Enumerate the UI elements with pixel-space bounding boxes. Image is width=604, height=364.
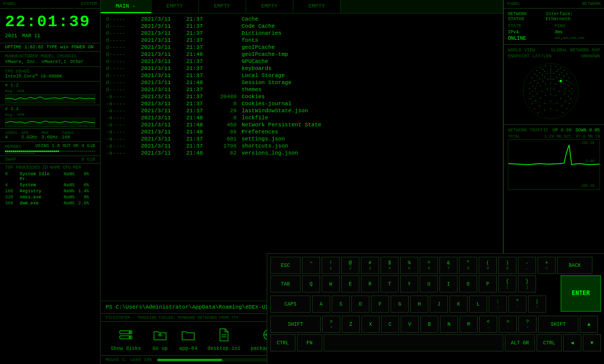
file-row[interactable]: d----- 2021/3/11 21:37 keyboards (101, 65, 503, 72)
file-row[interactable]: -a---- 2021/3/11 21:37 601 settings.json (101, 135, 503, 142)
file-row[interactable]: -a---- 2021/3/11 21:37 29 lastWindowStat… (101, 107, 503, 114)
key-esc[interactable]: ESC (270, 257, 300, 274)
fs-item-desktop-ini[interactable]: desktop.ini (207, 326, 241, 351)
key-u[interactable]: U (420, 275, 438, 293)
key-h[interactable]: H (410, 296, 428, 313)
key-r[interactable]: R (361, 275, 379, 293)
file-row[interactable]: d----- 2021/3/11 21:37 Cache (101, 16, 503, 23)
fs-item-go-up[interactable]: Go up (151, 326, 169, 351)
key-z[interactable]: Z (342, 316, 360, 333)
key-ctrl-right[interactable]: CTRL (537, 334, 562, 351)
memory-dot (73, 151, 75, 152)
key-ctrl-left[interactable]: CTRL (270, 334, 295, 351)
key-comma[interactable]: <, (479, 316, 497, 333)
key-backspace[interactable]: BACK (557, 257, 592, 274)
key-space[interactable] (324, 334, 503, 351)
key-equals[interactable]: += (538, 257, 556, 274)
key-f[interactable]: F (371, 296, 389, 313)
key-b[interactable]: B (420, 316, 438, 333)
file-row[interactable]: -a---- 2021/3/11 21:48 460 Network Persi… (101, 121, 503, 128)
key-s[interactable]: S (332, 296, 350, 313)
model-label: MODEL (41, 54, 54, 59)
key-k[interactable]: K (449, 296, 468, 313)
key-t[interactable]: T (381, 275, 399, 293)
key-1[interactable]: !1 (322, 257, 340, 274)
key-y[interactable]: Y (400, 275, 418, 293)
key-arrow-left[interactable]: ◀ (563, 334, 581, 351)
file-row[interactable]: d----- 2021/3/11 21:37 Code Cache (101, 23, 503, 30)
key-n[interactable]: N (440, 316, 458, 333)
key-fn[interactable]: FN (297, 334, 322, 351)
key-m[interactable]: M (460, 316, 478, 333)
tab-empty-2[interactable]: EMPTY (199, 0, 246, 13)
key-9[interactable]: (9 (479, 257, 497, 274)
key-a[interactable]: A (312, 296, 330, 313)
key-caps[interactable]: CAPS (270, 296, 311, 313)
key-5[interactable]: %5 (400, 257, 418, 274)
file-row[interactable]: d----- 2021/3/11 21:48 geoIPcache-tmp (101, 51, 503, 58)
file-row[interactable]: d----- 2021/3/11 21:37 Dictionaries (101, 30, 503, 37)
show-disks-label: Show disks (111, 346, 141, 351)
key-shift-right[interactable]: SHIFT (538, 316, 578, 333)
file-row[interactable]: -a---- 2021/3/11 21:37 20480 Cookies (101, 93, 503, 100)
key-2[interactable]: @2 (341, 257, 359, 274)
svg-point-90 (569, 103, 570, 104)
key-minus[interactable]: -– (518, 257, 536, 274)
key-arrow-down[interactable]: ▼ (583, 334, 601, 351)
key-v[interactable]: V (401, 316, 419, 333)
key-tilde[interactable]: ~` (302, 257, 320, 274)
key-o[interactable]: O (459, 275, 477, 293)
file-row[interactable]: d----- 2021/3/11 21:48 Session Storage (101, 79, 503, 86)
tab-empty-3[interactable]: EMPTY (246, 0, 293, 13)
file-row[interactable]: -a---- 2021/3/11 21:37 0 Cookies-journal (101, 100, 503, 107)
fs-header-left: FILESYSTEM - TRACKING FAILED, RUNNING DE… (106, 315, 239, 320)
key-j[interactable]: J (430, 296, 448, 313)
tab-empty-1[interactable]: EMPTY (152, 0, 199, 13)
key-shift-left[interactable]: SHIFT (270, 316, 321, 333)
file-row[interactable]: d----- 2021/3/11 21:37 Local Storage (101, 72, 503, 79)
key-angle[interactable]: >< (322, 316, 340, 333)
key-p[interactable]: P (479, 275, 497, 293)
key-0[interactable]: )0 (498, 257, 516, 274)
key-c[interactable]: C (381, 316, 399, 333)
fs-item-app64[interactable]: app-64 (179, 326, 197, 351)
key-w[interactable]: W (322, 275, 340, 293)
key-rbracket[interactable]: }] (518, 275, 536, 293)
tab-main[interactable]: MAIN - (101, 0, 152, 13)
key-8[interactable]: *8 (459, 257, 477, 274)
file-row[interactable]: d----- 2021/3/11 21:37 themes (101, 86, 503, 93)
key-x[interactable]: X (361, 316, 380, 333)
svg-point-98 (538, 112, 539, 113)
file-row[interactable]: d----- 2021/3/11 21:37 GPUCache (101, 58, 503, 65)
key-semicolon[interactable]: :; (489, 296, 507, 313)
key-e[interactable]: E (341, 275, 359, 293)
key-6[interactable]: ^6 (420, 257, 438, 274)
key-slash[interactable]: ?/ (518, 316, 537, 333)
key-i[interactable]: I (439, 275, 458, 293)
key-4[interactable]: $4 (381, 257, 399, 274)
key-enter[interactable]: ENTER (561, 275, 601, 312)
file-row[interactable]: -a---- 2021/3/11 21:48 82 versions_log.j… (101, 150, 503, 157)
file-row[interactable]: d----- 2021/3/11 21:37 geoIPcache (101, 44, 503, 51)
key-period[interactable]: >. (499, 316, 517, 333)
svg-point-49 (529, 88, 530, 89)
key-g[interactable]: G (391, 296, 409, 313)
file-row[interactable]: -a---- 2021/3/11 21:37 1796 shortcuts.js… (101, 142, 503, 150)
file-row[interactable]: -a---- 2021/3/11 21:48 86 Preferences (101, 128, 503, 135)
fs-item-show-disks[interactable]: Show disks (111, 326, 141, 351)
file-row[interactable]: d----- 2021/3/11 21:37 fonts (101, 37, 503, 44)
tab-empty-4[interactable]: EMPTY (293, 0, 341, 13)
key-7[interactable]: &7 (439, 257, 458, 274)
file-row[interactable]: -a---- 2021/3/11 21:48 0 lockfile (101, 114, 503, 121)
key-q[interactable]: Q (302, 275, 320, 293)
key-arrow-up[interactable]: ▲ (580, 316, 598, 333)
key-backslash[interactable]: |\ (528, 296, 546, 313)
key-3[interactable]: #3 (361, 257, 379, 274)
key-alt-gr[interactable]: ALT GR (505, 334, 535, 351)
key-d[interactable]: D (351, 296, 369, 313)
key-quote[interactable]: "' (508, 296, 526, 313)
key-tab[interactable]: TAB (270, 275, 300, 293)
key-l[interactable]: L (469, 296, 487, 313)
file-perms: d----- (106, 65, 136, 71)
key-lbracket[interactable]: {[ (498, 275, 516, 293)
